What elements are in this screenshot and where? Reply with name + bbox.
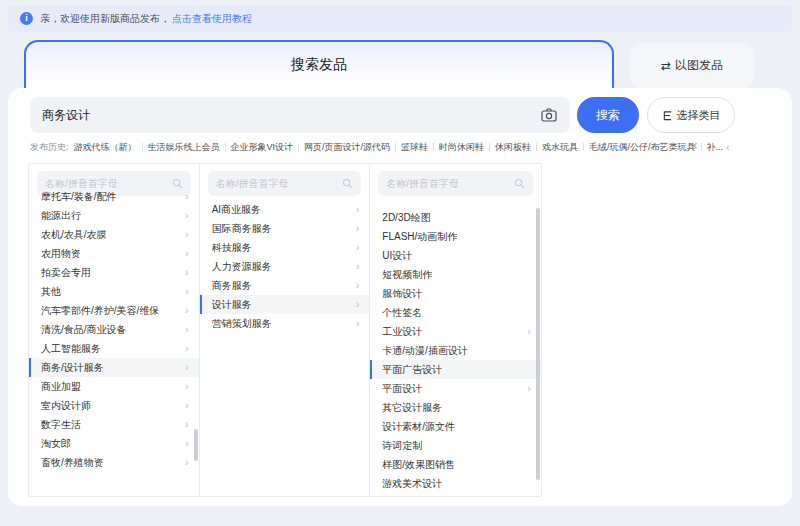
- category-item-label: 摩托车/装备/配件: [41, 190, 117, 204]
- history-prev-icon[interactable]: ‹: [726, 142, 730, 153]
- chevron-right-icon: ›: [356, 223, 360, 234]
- scrollbar-thumb[interactable]: [536, 208, 540, 480]
- history-item[interactable]: 戏水玩具: [542, 141, 578, 154]
- category-item[interactable]: 短视频制作: [370, 265, 541, 284]
- chevron-right-icon: ›: [356, 204, 360, 215]
- category-item[interactable]: UI设计: [370, 246, 541, 265]
- column-search-wrap: [208, 171, 362, 196]
- history-item[interactable]: 篮球鞋: [401, 141, 428, 154]
- category-item-label: AI商业服务: [212, 203, 261, 217]
- category-column-1: 摩托车/装备/配件›能源出行›农机/农具/农膜›农用物资›拍卖会专用›其他›汽车…: [29, 164, 200, 496]
- category-item[interactable]: 数字生活›: [29, 415, 199, 434]
- category-item[interactable]: 工业设计›: [370, 322, 541, 341]
- category-item[interactable]: 其他›: [29, 282, 199, 301]
- category-item[interactable]: 设计素材/源文件: [370, 417, 541, 436]
- category-item[interactable]: 平面设计›: [370, 379, 541, 398]
- category-item[interactable]: 卡通/动漫/插画设计: [370, 341, 541, 360]
- history-item[interactable]: 生活娱乐线上会员: [148, 141, 220, 154]
- category-item[interactable]: 商业加盟›: [29, 377, 199, 396]
- category-item[interactable]: 畜牧/养殖物资›: [29, 453, 199, 472]
- category-item-label: 拍卖会专用: [41, 266, 91, 280]
- chevron-right-icon: ›: [185, 210, 189, 221]
- category-item[interactable]: 服饰设计: [370, 284, 541, 303]
- category-item[interactable]: 拍卖会专用›: [29, 263, 199, 282]
- category-item-label: 设计服务: [212, 298, 252, 312]
- category-item-label: 人工智能服务: [41, 342, 101, 356]
- category-item[interactable]: 汽车零部件/养护/美容/维保›: [29, 301, 199, 320]
- category-item-label: 服饰设计: [382, 287, 422, 301]
- history-divider: [225, 143, 226, 151]
- category-list-3: 2D/3D绘图FLASH/动画制作UI设计短视频制作服饰设计个性签名工业设计›卡…: [370, 196, 541, 493]
- chevron-right-icon: ›: [356, 280, 360, 291]
- category-item-label: 数字生活: [41, 418, 81, 432]
- category-item[interactable]: 国际商务服务›: [200, 219, 370, 238]
- close-icon[interactable]: ×: [686, 138, 702, 154]
- category-item[interactable]: 样图/效果图销售: [370, 455, 541, 474]
- tab-image-publish[interactable]: ⇄ 以图发品: [630, 43, 754, 88]
- category-item[interactable]: AI商业服务›: [200, 200, 370, 219]
- column-search-wrap: [378, 171, 533, 196]
- search-input[interactable]: [42, 108, 540, 122]
- history-item[interactable]: 企业形象VI设计: [231, 141, 294, 154]
- chevron-right-icon: ›: [185, 457, 189, 468]
- category-item[interactable]: 农机/农具/农膜›: [29, 225, 199, 244]
- category-item-label: 平面设计: [382, 382, 422, 396]
- column2-search-input[interactable]: [216, 178, 343, 189]
- category-column-3: 2D/3D绘图FLASH/动画制作UI设计短视频制作服饰设计个性签名工业设计›卡…: [370, 164, 541, 496]
- category-item-label: 人力资源服务: [212, 260, 272, 274]
- category-item-label: 农用物资: [41, 247, 81, 261]
- category-item-label: 样图/效果图销售: [382, 458, 455, 472]
- search-icon: [514, 178, 525, 189]
- search-button[interactable]: 搜索: [577, 97, 639, 133]
- category-item-label: 短视频制作: [382, 268, 432, 282]
- history-item[interactable]: 网页/页面设计/源代码: [304, 141, 390, 154]
- history-item[interactable]: 时尚休闲鞋: [439, 141, 484, 154]
- category-item[interactable]: 清洗/食品/商业设备›: [29, 320, 199, 339]
- chevron-right-icon: ›: [185, 229, 189, 240]
- category-list-icon: [662, 110, 673, 121]
- column1-search-input[interactable]: [45, 178, 172, 189]
- category-item[interactable]: 商务服务›: [200, 276, 370, 295]
- select-category-button[interactable]: 选择类目: [647, 97, 735, 133]
- category-item[interactable]: 设计服务›: [200, 295, 370, 314]
- category-item[interactable]: 人工智能服务›: [29, 339, 199, 358]
- camera-icon[interactable]: [540, 106, 558, 124]
- category-item[interactable]: 农用物资›: [29, 244, 199, 263]
- category-item[interactable]: 个性签名: [370, 303, 541, 322]
- tab-search-publish[interactable]: 搜索发品: [24, 40, 614, 88]
- history-divider: [142, 143, 143, 151]
- column3-search-input[interactable]: [386, 178, 514, 189]
- category-picker: 摩托车/装备/配件›能源出行›农机/农具/农膜›农用物资›拍卖会专用›其他›汽车…: [28, 163, 542, 497]
- category-item[interactable]: 淘女郎›: [29, 434, 199, 453]
- category-item[interactable]: 2D/3D绘图: [370, 208, 541, 227]
- category-item[interactable]: 诗词定制: [370, 436, 541, 455]
- category-item[interactable]: 其它设计服务: [370, 398, 541, 417]
- category-item[interactable]: 科技服务›: [200, 238, 370, 257]
- category-item[interactable]: 游戏美术设计: [370, 474, 541, 493]
- chevron-right-icon: ›: [356, 318, 360, 329]
- history-item[interactable]: 毛绒/玩偶/公仔/布艺类玩具: [589, 141, 696, 154]
- history-item[interactable]: 休闲板鞋: [495, 141, 531, 154]
- category-item[interactable]: 商务/设计服务›: [29, 358, 199, 377]
- category-item[interactable]: 营销策划服务›: [200, 314, 370, 333]
- history-divider: [489, 143, 490, 151]
- category-item[interactable]: 能源出行›: [29, 206, 199, 225]
- chevron-right-icon: ›: [356, 261, 360, 272]
- history-divider: [583, 143, 584, 151]
- category-item[interactable]: 人力资源服务›: [200, 257, 370, 276]
- chevron-right-icon: ›: [356, 242, 360, 253]
- history-item[interactable]: 补...: [707, 141, 724, 154]
- category-item[interactable]: 平面广告设计: [370, 360, 541, 379]
- history-divider: [433, 143, 434, 151]
- category-item-label: 能源出行: [41, 209, 81, 223]
- category-item-label: 清洗/食品/商业设备: [41, 323, 127, 337]
- tutorial-link[interactable]: 点击查看使用教程: [172, 12, 252, 26]
- history-item[interactable]: 游戏代练（新）: [74, 141, 137, 154]
- category-item[interactable]: 摩托车/装备/配件›: [29, 187, 199, 206]
- scrollbar-thumb[interactable]: [194, 429, 198, 461]
- category-item[interactable]: FLASH/动画制作: [370, 227, 541, 246]
- category-item[interactable]: 室内设计师›: [29, 396, 199, 415]
- category-item-label: 营销策划服务: [212, 317, 272, 331]
- category-item-label: 个性签名: [382, 306, 422, 320]
- chevron-right-icon: ›: [185, 400, 189, 411]
